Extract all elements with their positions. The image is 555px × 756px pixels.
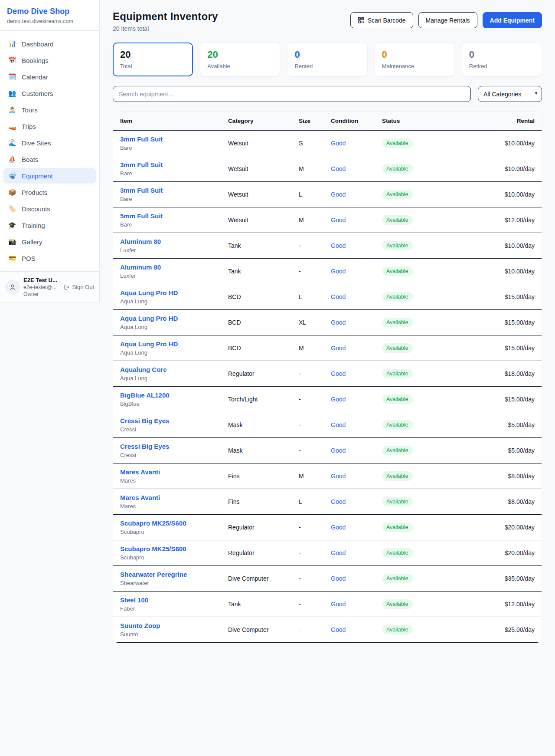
item-category: Wetsuit [228,160,299,177]
sidebar-item-trips[interactable]: 🚤 Trips [3,118,96,134]
condition-link[interactable]: Good [331,370,346,377]
item-name-link[interactable]: Cressi Big Eyes [120,443,228,450]
item-name-link[interactable]: Aqua Lung Pro HD [120,289,228,296]
sidebar-item-training[interactable]: 🎓 Training [3,217,96,233]
stat-card-retired[interactable]: 0 Retired [462,43,542,76]
sidebar-item-products[interactable]: 📦 Products [3,184,96,200]
stat-card-rented[interactable]: 0 Rented [287,43,367,76]
item-name-link[interactable]: Aqua Lung Pro HD [120,340,228,348]
item-name-link[interactable]: Scubapro MK25/S600 [120,545,228,552]
item-name-link[interactable]: 3mm Full Suit [120,135,228,143]
condition-link[interactable]: Good [331,293,346,300]
sidebar-item-discounts[interactable]: 🏷️ Discounts [3,201,96,217]
item-size: S [299,135,331,152]
item-size: L [299,288,331,306]
item-brand: Mares [120,503,228,509]
item-name-link[interactable]: 3mm Full Suit [120,161,228,168]
item-name-link[interactable]: Scubapro MK25/S600 [120,519,228,527]
brand-title[interactable]: Demo Dive Shop [7,7,92,16]
condition-link[interactable]: Good [331,242,346,249]
item-brand: Scubapro [120,554,228,561]
status-badge: Available [382,190,413,199]
status-badge: Available [382,266,413,276]
stat-card-total[interactable]: 20 Total [113,43,193,76]
stat-label: Rented [294,63,360,69]
item-name-link[interactable]: Aluminum 80 [120,263,228,271]
sidebar-item-customers[interactable]: 👥 Customers [3,85,96,101]
item-category: Fins [228,467,299,485]
stat-value: 0 [294,49,360,60]
sidebar-item-boats[interactable]: ⛵ Boats [3,151,96,167]
status-badge: Available [382,497,413,506]
condition-link[interactable]: Good [331,396,346,403]
condition-link[interactable]: Good [331,140,346,147]
status-badge: Available [382,292,413,302]
sidebar-item-label: Calendar [22,73,48,81]
condition-link[interactable]: Good [331,345,346,352]
item-name-link[interactable]: Steel 100 [120,596,228,604]
condition-link[interactable]: Good [331,191,346,198]
condition-link[interactable]: Good [331,447,346,454]
condition-link[interactable]: Good [331,421,346,428]
add-equipment-button[interactable]: Add Equipment [483,12,542,28]
table-row: Aqua Lung Pro HD Aqua Lung BCD L Good Av… [113,284,542,310]
item-category: Tank [228,237,299,254]
condition-link[interactable]: Good [331,601,346,608]
scan-barcode-button[interactable]: Scan Barcode [350,12,413,28]
item-name-link[interactable]: Cressi Big Eyes [120,417,228,424]
condition-link[interactable]: Good [331,549,346,556]
table-row: Suunto Zoop Suunto Dive Computer - Good … [113,617,542,643]
island-icon: 🏝️ [8,106,16,114]
item-brand: Bare [120,145,228,151]
user-role: Owner [23,291,60,297]
stat-card-available[interactable]: 20 Available [200,43,280,76]
sidebar-item-equipment[interactable]: 🤿 Equipment [3,168,96,184]
item-name-link[interactable]: Shearwater Peregrine [120,571,228,578]
sidebar-item-dive-sites[interactable]: 🌊 Dive Sites [3,135,96,151]
category-select[interactable]: All Categories [478,86,542,102]
item-name-link[interactable]: 5mm Full Suit [120,212,228,220]
sidebar-item-label: Dive Sites [22,139,51,147]
item-name-link[interactable]: Suunto Zoop [120,622,228,629]
sign-out-button[interactable]: Sign Out [63,284,94,290]
condition-link[interactable]: Good [331,524,346,531]
item-size: M [299,160,331,177]
item-name-link[interactable]: BigBlue AL1200 [120,391,228,399]
search-input[interactable] [113,86,471,102]
item-name-link[interactable]: 3mm Full Suit [120,187,228,194]
item-name-link[interactable]: Mares Avanti [120,468,228,476]
item-name-link[interactable]: Aqualung Core [120,366,228,373]
condition-link[interactable]: Good [331,575,346,582]
condition-link[interactable]: Good [331,473,346,480]
item-brand: Scubapro [120,529,228,535]
item-name-link[interactable]: Mares Avanti [120,494,228,501]
condition-link[interactable]: Good [331,626,346,633]
stat-value: 0 [382,49,447,60]
stat-card-maintenance[interactable]: 0 Maintenance [375,43,455,76]
condition-link[interactable]: Good [331,268,346,275]
condition-link[interactable]: Good [331,498,346,505]
qr-code-icon [358,17,364,23]
table-row: Mares Avanti Mares Fins L Good Available… [113,489,542,515]
item-name-link[interactable]: Aqua Lung Pro HD [120,315,228,322]
wave-icon: 🌊 [8,139,16,147]
sidebar-item-pos[interactable]: 💳 POS [3,250,96,266]
sidebar-item-gallery[interactable]: 📸 Gallery [3,234,96,250]
item-name-link[interactable]: Aluminum 80 [120,238,228,245]
table-row: 5mm Full Suit Bare Wetsuit M Good Availa… [113,207,542,233]
sidebar-item-tours[interactable]: 🏝️ Tours [3,102,96,118]
condition-link[interactable]: Good [331,217,346,224]
item-brand: Aqua Lung [120,349,228,356]
item-size: - [299,391,331,408]
stat-label: Maintenance [382,63,447,69]
stat-value: 0 [469,49,535,60]
item-brand: Aqua Lung [120,324,228,330]
item-size: L [299,186,331,203]
sidebar-item-calendar[interactable]: 🗓️ Calendar [3,69,96,85]
manage-rentals-button[interactable]: Manage Rentals [418,12,477,28]
condition-link[interactable]: Good [331,319,346,326]
condition-link[interactable]: Good [331,165,346,172]
column-header-size: Size [299,112,331,130]
sidebar-item-bookings[interactable]: 📅 Bookings [3,53,96,68]
sidebar-item-dashboard[interactable]: 📊 Dashboard [3,36,96,52]
